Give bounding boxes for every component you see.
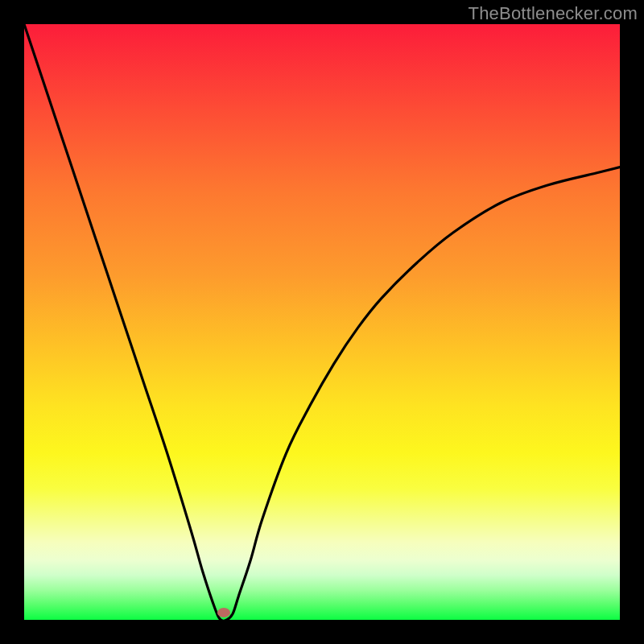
watermark-text: TheBottlenecker.com: [469, 3, 638, 24]
bottleneck-curve: [24, 24, 620, 620]
chart-frame: TheBottlenecker.com: [0, 0, 644, 644]
plot-area: [24, 24, 620, 620]
curve-layer: [24, 24, 620, 620]
optimum-marker: [217, 608, 230, 617]
